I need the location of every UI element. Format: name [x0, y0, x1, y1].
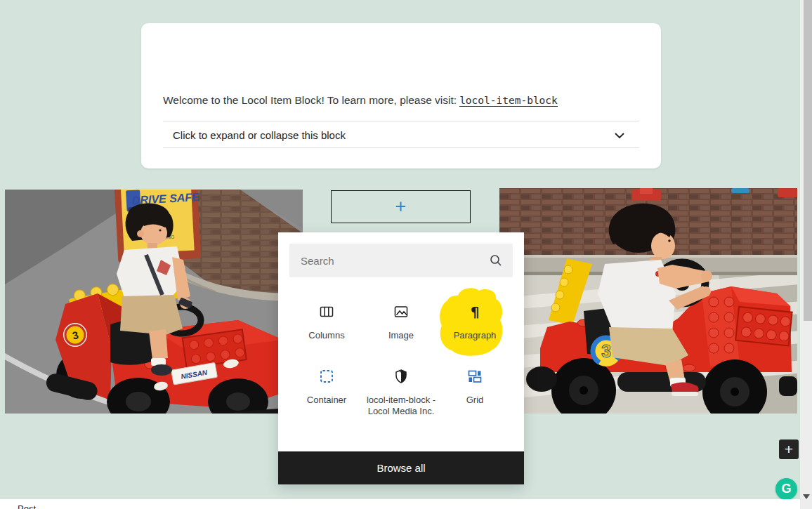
inserter-item-label: Paragraph [454, 330, 497, 341]
welcome-text: Welcome to the Locol Item Block! To lear… [163, 94, 558, 107]
inserter-item-grid[interactable]: Grid [438, 368, 511, 406]
grid-icon [466, 368, 483, 385]
page-scrollbar[interactable] [800, 0, 812, 509]
image-icon [393, 303, 410, 320]
paragraph-icon: ¶ [466, 303, 483, 320]
inserter-item-label: Grid [466, 395, 484, 406]
plus-icon: + [785, 441, 793, 457]
columns-icon [318, 303, 335, 320]
inserter-item-label: Image [388, 330, 414, 341]
chevron-down-icon[interactable] [613, 131, 626, 140]
locol-item-block-link[interactable]: locol-item-block [459, 95, 558, 107]
inserter-item-columns[interactable]: Columns [290, 303, 363, 341]
search-input[interactable] [289, 244, 513, 277]
search-box [289, 244, 513, 277]
container-icon [318, 368, 335, 385]
block-inserter-popup: Columns Image ¶ Paragraph Container [278, 232, 524, 484]
bottom-add-block-button[interactable]: + [779, 439, 799, 459]
inserter-item-label: locol-item-block - Locol Media Inc. [365, 395, 438, 417]
divider [163, 147, 639, 148]
grammarly-icon[interactable]: G [775, 478, 797, 500]
svg-text:¶: ¶ [471, 303, 480, 320]
photo-block-right[interactable]: 3 [499, 188, 797, 414]
grammarly-glyph: G [781, 482, 791, 496]
expand-collapse-label[interactable]: Click to expand or collapse this block [173, 129, 346, 141]
breadcrumb[interactable]: Post [18, 503, 800, 509]
inserter-item-label: Columns [308, 330, 344, 341]
plus-icon: + [395, 197, 407, 216]
scrollbar-down-arrow[interactable] [803, 494, 810, 499]
add-block-appender[interactable]: + [331, 190, 471, 223]
badge-number-right: 3 [601, 341, 611, 361]
browse-all-button[interactable]: Browse all [278, 451, 524, 484]
inserter-item-label: Container [307, 395, 346, 406]
locol-item-block-card: Welcome to the Locol Item Block! To lear… [141, 23, 661, 168]
inserter-item-paragraph[interactable]: ¶ Paragraph [438, 303, 511, 341]
scrollbar-thumb[interactable] [804, 0, 812, 321]
inserter-item-container[interactable]: Container [290, 368, 363, 406]
photo-block-left[interactable]: DRIVE SAFE TAN CHONG [5, 190, 303, 414]
welcome-message: Welcome to the Locol Item Block! To lear… [163, 94, 457, 106]
inserter-item-image[interactable]: Image [365, 303, 438, 341]
shield-icon [393, 368, 410, 385]
breadcrumb-bar: Post [0, 499, 800, 509]
editor-canvas: DRIVE SAFE TAN CHONG [0, 0, 812, 509]
curb-highlight [499, 255, 797, 258]
inserter-item-locol-item-block[interactable]: locol-item-block - Locol Media Inc. [365, 368, 438, 417]
divider [163, 121, 639, 121]
